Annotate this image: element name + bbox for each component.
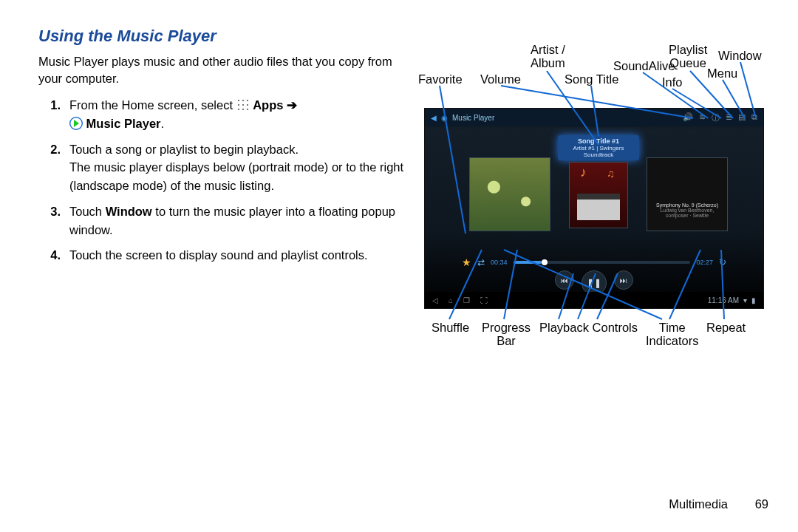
device-navbar: ◁ ⌂ ❐ ⛶ 11:16 AM ▾ ▮ [425, 292, 763, 308]
battery-icon: ▮ [751, 296, 756, 304]
label-progress-bar: Progress Bar [482, 321, 531, 347]
step-text: Touch [69, 205, 106, 218]
song-title-text: Song Title #1 [561, 137, 636, 145]
window-label: Window [106, 205, 152, 218]
step-text: From the Home screen, select [69, 98, 236, 112]
step-number: 2. [38, 140, 69, 195]
step-list: 1. From the Home screen, select Apps ➔ M… [38, 96, 415, 265]
status-clock: 11:16 AM [708, 296, 739, 304]
footer-section: Multimedia [669, 497, 728, 511]
soundalive-icon[interactable]: ≋ [699, 112, 706, 123]
page-footer: Multimedia 69 [669, 497, 768, 511]
intro-text: Music Player plays music and other audio… [38, 53, 415, 87]
label-playback-controls: Playback Controls [539, 321, 638, 334]
recent-nav-icon[interactable]: ❐ [463, 296, 470, 304]
device-titlebar: ◀ ◉ Music Player 🔊 ≋ ⓘ ≣ ▤ ⧉ [425, 109, 763, 126]
music-app-icon: ◉ [441, 114, 448, 122]
menu-icon[interactable]: ▤ [738, 112, 746, 123]
shuffle-icon[interactable]: ⇄ [477, 257, 485, 267]
back-icon[interactable]: ◀ [431, 114, 437, 122]
step-text: The music player displays below (portrai… [69, 160, 403, 192]
next-track-title: Symphony No. 9 (Scherzo) [652, 202, 723, 208]
app-title: Music Player [452, 114, 494, 122]
label-soundalive: SoundAlive [613, 59, 675, 72]
label-shuffle: Shuffle [432, 321, 469, 334]
play-area: Song Title #1 Artist #1 | Swingers Sound… [425, 126, 763, 282]
music-player-icon [69, 117, 83, 130]
label-info: Info [662, 75, 683, 89]
label-time-indicators: Time Indicators [646, 321, 699, 347]
album-cover-prev[interactable] [469, 157, 550, 231]
wifi-icon: ▾ [743, 296, 747, 304]
playlist-queue-icon[interactable]: ≣ [726, 112, 732, 123]
arrow-icon: ➔ [287, 98, 297, 112]
next-track-sub: Ludwig van Beethoven, composer · Seattle [652, 208, 723, 218]
repeat-icon[interactable]: ↻ [719, 257, 726, 267]
back-nav-icon[interactable]: ◁ [432, 296, 438, 304]
prev-button[interactable]: ⏮ [555, 270, 574, 290]
time-current: 00:34 [491, 259, 508, 266]
song-info-pill: Song Title #1 Artist #1 | Swingers Sound… [558, 135, 639, 160]
music-note-icon: ♫ [607, 168, 615, 180]
volume-icon[interactable]: 🔊 [683, 112, 693, 123]
step-text: Touch a song or playlist to begin playba… [69, 143, 299, 156]
apps-icon [236, 98, 250, 112]
label-favorite: Favorite [418, 72, 463, 86]
step-number: 3. [38, 202, 69, 239]
step-3: 3. Touch Window to turn the music player… [38, 202, 415, 239]
step-text: Touch the screen to display sound and pl… [69, 248, 368, 262]
label-song-title: Song Title [565, 72, 618, 86]
step-2: 2. Touch a song or playlist to begin pla… [38, 140, 415, 195]
favorite-star-icon[interactable]: ★ [462, 256, 471, 268]
music-player-diagram: Favorite Volume Artist / Album Song Titl… [414, 37, 783, 355]
label-playlist-queue: Playlist Queue [669, 43, 707, 69]
time-total: 02:27 [696, 259, 713, 266]
info-icon[interactable]: ⓘ [712, 112, 720, 123]
album-cover-next[interactable]: Symphony No. 9 (Scherzo) Ludwig van Beet… [647, 157, 728, 231]
label-volume: Volume [480, 72, 521, 86]
device-screenshot: ◀ ◉ Music Player 🔊 ≋ ⓘ ≣ ▤ ⧉ Song Title … [424, 108, 764, 309]
apps-label: Apps [253, 98, 283, 112]
home-nav-icon[interactable]: ⌂ [449, 296, 453, 304]
window-icon[interactable]: ⧉ [751, 112, 757, 123]
music-player-label: Music Player [86, 117, 161, 130]
label-menu: Menu [707, 66, 737, 80]
song-subtitle-text: Artist #1 | Swingers Soundtrack [573, 145, 624, 158]
music-note-icon: ♪ [580, 165, 587, 180]
step-1: 1. From the Home screen, select Apps ➔ M… [38, 96, 415, 133]
label-window: Window [718, 49, 762, 62]
album-cover-current[interactable] [569, 162, 628, 228]
footer-page-number: 69 [755, 497, 768, 511]
screenshot-nav-icon[interactable]: ⛶ [480, 296, 488, 304]
step-text: . [160, 117, 164, 130]
step-number: 4. [38, 246, 69, 265]
label-artist-album: Artist / Album [531, 43, 565, 69]
step-number: 1. [38, 96, 69, 133]
label-repeat: Repeat [706, 321, 746, 334]
next-button[interactable]: ⏭ [614, 270, 633, 290]
step-4: 4. Touch the screen to display sound and… [38, 246, 415, 265]
progress-bar[interactable] [514, 261, 691, 264]
